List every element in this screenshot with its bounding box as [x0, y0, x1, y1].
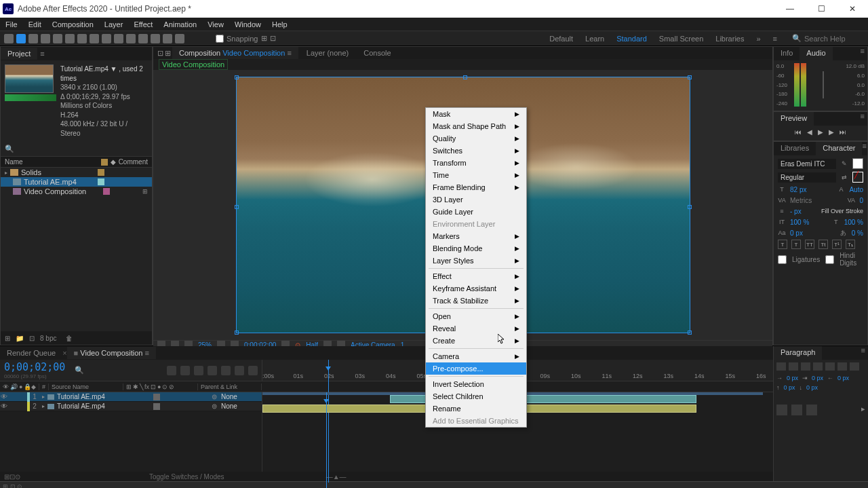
context-menu-item[interactable]: Mask and Shape Path▶ [426, 120, 526, 132]
justify-left-icon[interactable] [813, 362, 823, 371]
shy-switch[interactable] [137, 394, 144, 400]
clone-tool-icon[interactable] [138, 34, 148, 43]
trash-icon[interactable]: 🗑 [66, 335, 73, 342]
puppet-tool-icon[interactable] [175, 34, 184, 43]
para-tool-icon[interactable] [791, 405, 802, 415]
menu-file[interactable]: File [0, 19, 23, 30]
orbit-tool-icon[interactable] [53, 34, 62, 43]
panel-menu-icon[interactable]: ≡ [861, 47, 867, 60]
first-frame-icon[interactable]: ⏮ [795, 128, 802, 136]
toggle-switches-modes[interactable]: Toggle Switches / Modes [149, 473, 224, 481]
context-menu-item[interactable]: Select Children [426, 390, 526, 402]
menu-view[interactable]: View [202, 19, 229, 30]
layer-row-2[interactable]: 👁 2 ▸ Tutorial AE.mp4 [0, 402, 262, 411]
layer-name[interactable]: ▸ Tutorial AE.mp4 [39, 393, 137, 400]
label-column-icon[interactable] [101, 159, 108, 166]
project-search[interactable]: 🔍 [1, 142, 152, 156]
workspace-libraries[interactable]: Libraries [715, 35, 744, 43]
align-right-icon[interactable] [801, 362, 810, 371]
column-name-header[interactable]: Name [5, 158, 101, 166]
stroke-color-swatch[interactable]: ╱ [852, 172, 863, 183]
eraser-tool-icon[interactable] [151, 34, 160, 43]
eyedropper-icon[interactable]: ✎ [840, 159, 848, 168]
selection-handle[interactable] [235, 205, 239, 209]
context-menu-item[interactable]: Pre-compose... [426, 362, 526, 375]
baseline-value[interactable]: 0 px [790, 229, 803, 237]
search-help[interactable]: 🔍 [789, 33, 864, 43]
context-menu-item[interactable]: Rename [426, 402, 526, 415]
layer-tab[interactable]: Layer (none) [300, 47, 355, 59]
frame-blend-icon[interactable]: ⊡ [9, 473, 15, 481]
ligatures-checkbox[interactable] [778, 255, 787, 264]
superscript-icon[interactable]: T¹ [832, 240, 842, 249]
indent-left-value[interactable]: 0 px [787, 375, 798, 381]
source-name-column-header[interactable]: Source Name [49, 383, 123, 390]
kerning-value[interactable]: Metrics [790, 197, 812, 204]
subscript-icon[interactable]: T₁ [846, 240, 855, 249]
character-tab[interactable]: Character [816, 142, 862, 155]
font-family-select[interactable]: Eras Demi ITC [778, 159, 836, 169]
shy-icon[interactable] [180, 366, 190, 375]
justify-all-icon[interactable] [850, 362, 859, 371]
fill-color-swatch[interactable] [852, 158, 863, 169]
align-left-icon[interactable] [776, 362, 786, 371]
hand-tool-icon[interactable] [28, 34, 38, 43]
layer-row-1[interactable]: 👁 1 ▸ Tutorial AE.mp4 [0, 392, 262, 402]
workspace-small-screen[interactable]: Small Screen [659, 35, 703, 43]
context-menu-item[interactable]: Switches▶ [426, 145, 526, 157]
swap-colors-icon[interactable]: ⇄ [840, 173, 848, 181]
fx-switch[interactable] [161, 403, 168, 410]
space-after-value[interactable]: 0 px [806, 384, 818, 391]
leading-value[interactable]: Auto [849, 186, 863, 193]
small-caps-icon[interactable]: Tt [818, 240, 828, 249]
menu-help[interactable]: Help [267, 19, 293, 30]
playhead[interactable] [326, 392, 327, 488]
maximize-button[interactable]: ☐ [806, 0, 837, 18]
context-menu-item[interactable]: Invert Selection [426, 378, 526, 390]
zoom-slider[interactable]: —▲— [326, 473, 347, 481]
workspace-menu-icon[interactable]: ≡ [773, 35, 777, 43]
interpret-footage-icon[interactable]: ⊞ [5, 335, 10, 342]
context-menu-item[interactable]: Mask▶ [426, 108, 526, 120]
project-row-tutorial[interactable]: Tutorial AE.mp4 [1, 177, 152, 187]
justify-center-icon[interactable] [825, 362, 835, 371]
context-menu-item[interactable]: Time▶ [426, 169, 526, 181]
panel-menu-icon[interactable]: ≡ [40, 50, 44, 58]
next-frame-icon[interactable]: ▶ [829, 128, 834, 136]
selection-handle[interactable] [688, 331, 692, 335]
console-tab[interactable]: Console [357, 47, 397, 59]
panel-menu-icon[interactable]: ≡ [862, 142, 868, 155]
project-row-comp[interactable]: Video Composition ⊞ [1, 187, 152, 196]
anchor-tool-icon[interactable] [77, 34, 87, 43]
motion-blur-icon[interactable]: ⊙ [15, 473, 20, 481]
stroke-option[interactable]: Fill Over Stroke [821, 208, 863, 214]
pen-tool-icon[interactable] [102, 34, 111, 43]
context-menu-item[interactable]: Frame Blending▶ [426, 181, 526, 193]
para-tool-icon[interactable] [806, 405, 817, 415]
prev-frame-icon[interactable]: ◀ [807, 128, 812, 136]
draft-3d-icon[interactable] [235, 366, 244, 375]
context-menu-item[interactable]: Quality▶ [426, 132, 526, 145]
preview-tab[interactable]: Preview [774, 112, 814, 126]
quality-switch[interactable] [153, 394, 160, 400]
context-menu-item[interactable]: Blending Mode▶ [426, 242, 526, 255]
font-size-value[interactable]: 82 px [790, 186, 806, 193]
tsume-value[interactable]: 0 % [852, 229, 863, 237]
timecode-display[interactable]: 0;00;02;00 [4, 361, 65, 373]
rect-tool-icon[interactable] [90, 34, 99, 43]
context-menu-item[interactable]: Layer Styles▶ [426, 255, 526, 267]
tracking-value[interactable]: 0 [859, 197, 863, 204]
context-menu-item[interactable]: Transform▶ [426, 157, 526, 169]
align-center-icon[interactable] [789, 362, 798, 371]
menu-effect[interactable]: Effect [128, 19, 158, 30]
context-menu-item[interactable]: Track & Stabilize▶ [426, 295, 526, 307]
bpc-label[interactable]: 8 bpc [40, 335, 56, 342]
collapse-icon[interactable] [248, 366, 258, 375]
graph-editor-icon[interactable] [221, 366, 231, 375]
parent-select[interactable]: None [220, 402, 262, 410]
selection-handle[interactable] [235, 75, 239, 79]
audio-tab[interactable]: Audio [800, 47, 832, 60]
flowchart-comp-name[interactable]: Video Composition [159, 59, 228, 70]
new-folder-icon[interactable]: 📁 [16, 335, 24, 342]
context-menu-item[interactable]: 3D Layer [426, 193, 526, 206]
